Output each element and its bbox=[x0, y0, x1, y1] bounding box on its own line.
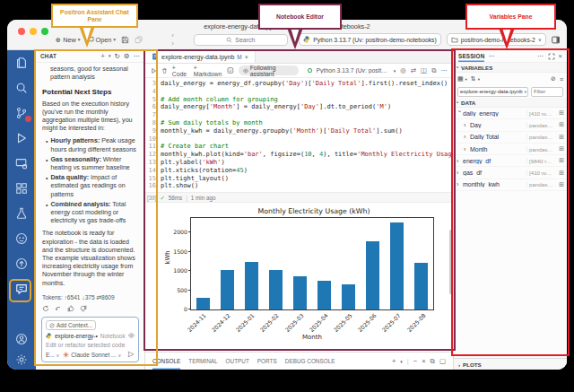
notebook-assistant-icon[interactable] bbox=[227, 66, 234, 74]
variable-row[interactable]: ›Monthpandas…⊞ bbox=[454, 144, 567, 155]
context-chip[interactable]: explore-energy-• Notebook bbox=[46, 333, 135, 339]
chevron-down-icon[interactable]: ▾ bbox=[109, 54, 111, 58]
plots-section-header[interactable]: › PLOTS bbox=[454, 358, 567, 370]
new-terminal-icon[interactable]: + bbox=[392, 357, 396, 365]
send-icon[interactable] bbox=[127, 351, 135, 359]
notebook-scrollbar[interactable] bbox=[449, 230, 452, 294]
variable-row[interactable]: ›monthly_kwhpandas…⊞ bbox=[454, 179, 567, 191]
extensions-icon[interactable] bbox=[14, 181, 29, 196]
add-code-cell-button[interactable]: + Code bbox=[172, 65, 189, 77]
mode-picker[interactable]: E... ∨ bbox=[46, 352, 59, 358]
chevron-expanded-icon[interactable]: › bbox=[457, 110, 463, 117]
variable-row[interactable]: ›energy_df[9840 r…⊞ bbox=[454, 155, 567, 167]
open-data-grid-icon[interactable]: ⊞ bbox=[556, 121, 564, 128]
model-picker[interactable]: Claude Sonnet ...∨ bbox=[63, 352, 121, 358]
minimize-window-button[interactable] bbox=[30, 28, 37, 35]
workspace-button[interactable]: positron-demo-notebooks-2∨ bbox=[447, 33, 546, 46]
clear-variables-icon[interactable]: ⊘ bbox=[551, 75, 556, 83]
open-data-grid-icon[interactable]: ⊞ bbox=[556, 134, 564, 141]
clear-outputs-icon[interactable] bbox=[161, 67, 168, 74]
open-data-grid-icon[interactable]: ⊞ bbox=[556, 170, 564, 177]
command-center-search[interactable]: Search bbox=[194, 34, 289, 46]
history-nav[interactable]: ‹ › bbox=[171, 31, 187, 48]
sort-picker[interactable]: ⇅ ▾ bbox=[471, 75, 480, 83]
variable-row[interactable]: ›gas_df[410 ro…⊞ bbox=[454, 167, 567, 179]
search-icon[interactable] bbox=[14, 81, 29, 95]
split-editor-icon[interactable]: ◫ bbox=[421, 66, 427, 75]
publish-icon[interactable] bbox=[14, 257, 29, 271]
panel-tab-output[interactable]: OUTPUT bbox=[226, 353, 249, 370]
context-visibility-eye-icon[interactable] bbox=[128, 333, 135, 339]
thumbs-up-icon[interactable] bbox=[67, 305, 74, 312]
remote-explorer-icon[interactable] bbox=[14, 156, 29, 170]
open-data-grid-icon[interactable]: ⊞ bbox=[556, 145, 564, 152]
chevron-collapsed-icon[interactable]: › bbox=[464, 134, 470, 140]
maximize-panel-icon[interactable]: ▢ bbox=[439, 357, 446, 365]
testing-flask-icon[interactable] bbox=[14, 206, 29, 221]
minimize-panel-icon[interactable]: − bbox=[413, 357, 417, 365]
new-chat-icon[interactable]: + bbox=[101, 53, 105, 60]
chat-transcript[interactable]: seasons, good for seasonal pattern analy… bbox=[36, 63, 144, 314]
open-data-grid-icon[interactable]: ⊞ bbox=[556, 109, 564, 117]
sessions-button[interactable] bbox=[135, 36, 143, 44]
open-data-grid-icon[interactable]: ⊞ bbox=[556, 181, 564, 188]
save-button[interactable] bbox=[121, 36, 129, 44]
regenerate-icon[interactable] bbox=[42, 305, 49, 312]
code-cell-editor[interactable]: 3daily_energy = energy_df.groupby('Day')… bbox=[145, 78, 453, 192]
interpreter-button[interactable]: Python 3.13.7 (Uv: positron-demo-noteboo… bbox=[299, 33, 441, 46]
list-view-icon[interactable]: ≡ bbox=[560, 76, 563, 83]
panel-tab-ports[interactable]: PORTS bbox=[257, 353, 277, 370]
more-actions-icon[interactable]: ⋯ bbox=[488, 53, 495, 60]
close-tab-icon[interactable]: × bbox=[245, 54, 248, 60]
thumbs-down-icon[interactable] bbox=[80, 305, 87, 312]
run-debug-icon[interactable] bbox=[14, 131, 29, 145]
following-assistant-badge[interactable]: Following assistant bbox=[239, 65, 299, 75]
more-actions-icon[interactable]: ⋯ bbox=[537, 53, 544, 60]
panel-layout-icon[interactable]: ⧉ bbox=[430, 357, 435, 366]
kernel-info-icon[interactable]: ◎ bbox=[400, 66, 406, 75]
positron-assistant-chat-icon[interactable] bbox=[14, 282, 29, 296]
chevron-down-icon[interactable]: ▾ bbox=[394, 68, 396, 74]
chat-settings-gear-icon[interactable]: ⚙ bbox=[124, 53, 130, 60]
chevron-down-icon[interactable]: ▾ bbox=[400, 359, 403, 364]
add-context-button[interactable]: Add Context... bbox=[46, 320, 96, 330]
close-pane-icon[interactable]: × bbox=[559, 53, 562, 60]
run-all-icon[interactable] bbox=[151, 67, 157, 74]
settings-gear-icon[interactable] bbox=[14, 353, 29, 367]
close-window-button[interactable] bbox=[18, 28, 25, 35]
panel-tab-console[interactable]: CONSOLE bbox=[152, 353, 180, 370]
more-actions-icon[interactable]: ⋯ bbox=[134, 53, 141, 60]
chevron-collapsed-icon[interactable]: › bbox=[457, 170, 463, 176]
chat-input-box[interactable]: Add Context... explore-energy-• Notebook… bbox=[41, 317, 139, 362]
explorer-icon[interactable] bbox=[14, 56, 29, 70]
open-external-icon[interactable]: ⧉ bbox=[431, 66, 436, 75]
chevron-collapsed-icon[interactable]: › bbox=[464, 146, 470, 152]
maximize-pane-icon[interactable] bbox=[548, 53, 555, 60]
customize-layout-icon[interactable] bbox=[552, 36, 560, 44]
session-tab[interactable]: SESSION bbox=[458, 50, 484, 62]
variable-row[interactable]: ›Daypandas…⊞ bbox=[454, 119, 567, 131]
chevron-collapsed-icon[interactable]: › bbox=[464, 122, 470, 128]
panel-tab-terminal[interactable]: TERMINAL bbox=[188, 353, 217, 370]
zoom-window-button[interactable] bbox=[41, 28, 48, 35]
panel-tab-debug-console[interactable]: DEBUG CONSOLE bbox=[285, 353, 335, 370]
variables-section-header[interactable]: › VARIABLES bbox=[454, 63, 567, 73]
variable-row[interactable]: ›Daily Totalpandas…⊞ bbox=[454, 132, 567, 144]
chat-history-icon[interactable]: ↻ bbox=[114, 53, 119, 60]
chevron-collapsed-icon[interactable]: › bbox=[457, 181, 463, 187]
notebook-tab[interactable]: explore-energy-data.ipynb M × bbox=[145, 50, 256, 63]
session-source-select[interactable]: explore-energy-data.ipynb▾ bbox=[457, 87, 528, 97]
variable-row[interactable]: ›daily_energy[410 ro…⊞ bbox=[454, 108, 567, 119]
chevron-collapsed-icon[interactable]: › bbox=[457, 158, 463, 164]
more-actions-icon[interactable]: ⋯ bbox=[441, 66, 448, 75]
add-markdown-cell-button[interactable]: + Markdown bbox=[194, 65, 222, 77]
copilot-icon[interactable] bbox=[14, 231, 29, 246]
chat-input-placeholder[interactable]: Edit or refactor selected code bbox=[46, 342, 135, 348]
new-button[interactable]: ⊕ New▾ bbox=[56, 36, 81, 44]
view-mode-picker[interactable]: ▦ ▾ bbox=[457, 75, 467, 83]
undo-icon[interactable] bbox=[55, 305, 62, 312]
filter-input[interactable] bbox=[531, 87, 563, 97]
source-control-icon[interactable] bbox=[14, 106, 29, 120]
close-panel-icon[interactable]: × bbox=[422, 357, 425, 365]
open-data-grid-icon[interactable]: ⊞ bbox=[556, 157, 564, 164]
